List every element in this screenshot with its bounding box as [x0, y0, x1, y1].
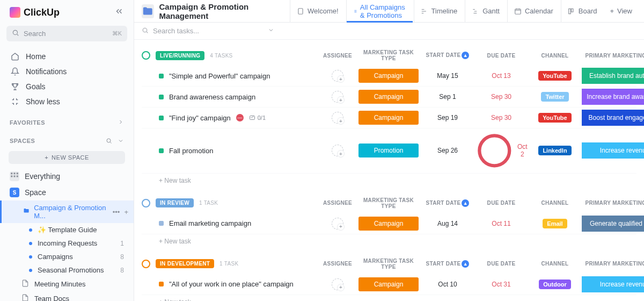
- channel-badge[interactable]: Email: [543, 219, 567, 228]
- goal-pill[interactable]: Generate qualified leads: [582, 216, 644, 232]
- goal-pill[interactable]: Increase brand awareness: [582, 89, 644, 105]
- task-search[interactable]: Search tasks...: [142, 27, 274, 35]
- goal-pill[interactable]: Increase revenue: [582, 142, 644, 159]
- status-circle-icon[interactable]: [142, 51, 150, 60]
- new-space-button[interactable]: + NEW SPACE: [9, 151, 125, 164]
- start-date[interactable]: Aug 14: [421, 220, 474, 227]
- assignee-add[interactable]: [332, 278, 343, 290]
- nav-show-less[interactable]: Show less: [4, 94, 129, 109]
- assignee-add[interactable]: [332, 70, 343, 82]
- nav-goals[interactable]: Goals: [4, 79, 129, 94]
- search-spaces-icon[interactable]: [106, 137, 112, 145]
- folder-campaign-promo[interactable]: Campaign & Promotion M... ••• +: [0, 200, 134, 223]
- task-status-square[interactable]: [159, 282, 164, 286]
- task-type-pill[interactable]: Campaign: [358, 90, 419, 104]
- col-goal[interactable]: PRIMARY MARKETING GOAL: [582, 53, 644, 59]
- col-due[interactable]: DUE DATE: [474, 261, 528, 267]
- doc-team-docs[interactable]: Team Docs: [0, 291, 134, 301]
- tab-gantt[interactable]: Gantt: [465, 0, 506, 22]
- more-icon[interactable]: •••: [113, 208, 120, 216]
- space-everything[interactable]: Everything: [0, 168, 134, 184]
- due-date[interactable]: Oct 2: [474, 131, 528, 171]
- col-assignee[interactable]: ASSIGNEE: [319, 261, 356, 267]
- due-date[interactable]: Sep 30: [474, 114, 528, 121]
- tab-timeline[interactable]: Timeline: [414, 0, 464, 22]
- col-start[interactable]: START DATE▲: [421, 52, 474, 59]
- col-assignee[interactable]: ASSIGNEE: [319, 200, 356, 206]
- task-row[interactable]: Brand awareness campaignCampaignSep 1Sep…: [142, 87, 636, 108]
- col-goal[interactable]: PRIMARY MARKETING GOAL: [582, 261, 644, 267]
- tab-board[interactable]: Board: [561, 0, 604, 22]
- new-task-button[interactable]: + New task: [142, 234, 636, 248]
- col-channel[interactable]: CHANNEL: [528, 53, 582, 59]
- task-status-square[interactable]: [159, 95, 164, 99]
- status-badge[interactable]: IN REVIEW: [156, 198, 194, 207]
- favorites-header[interactable]: FAVORITES: [0, 111, 134, 130]
- task-type-pill[interactable]: Campaign: [358, 69, 419, 83]
- tab-calendar[interactable]: Calendar: [507, 0, 560, 22]
- collapse-sidebar-icon[interactable]: [114, 6, 124, 18]
- start-date[interactable]: May 15: [421, 72, 474, 80]
- doc-meeting-minutes[interactable]: Meeting Minutes: [0, 277, 134, 291]
- folder-icon[interactable]: [142, 4, 154, 18]
- task-status-square[interactable]: [159, 148, 164, 153]
- task-row[interactable]: "Simple and Powerful" campaignCampaignMa…: [142, 66, 636, 87]
- col-type[interactable]: MARKETING TASK TYPE: [356, 197, 421, 209]
- goal-pill[interactable]: Boost brand engagement: [582, 110, 644, 126]
- task-status-square[interactable]: [159, 116, 164, 120]
- due-date[interactable]: Oct 11: [474, 220, 528, 227]
- start-date[interactable]: Sep 19: [421, 114, 474, 121]
- assignee-add[interactable]: [332, 218, 343, 230]
- task-type-pill[interactable]: Campaign: [358, 111, 419, 125]
- logo[interactable]: ClickUp: [10, 7, 60, 18]
- col-due[interactable]: DUE DATE: [474, 53, 528, 59]
- col-due[interactable]: DUE DATE: [474, 200, 528, 206]
- sub-campaigns[interactable]: Campaigns8: [0, 250, 134, 263]
- assignee-add[interactable]: [332, 112, 343, 124]
- assignee-add[interactable]: [332, 91, 343, 103]
- task-type-pill[interactable]: Campaign: [358, 217, 419, 231]
- col-channel[interactable]: CHANNEL: [528, 261, 582, 267]
- col-goal[interactable]: PRIMARY MARKETING GOAL: [582, 200, 644, 206]
- add-icon[interactable]: +: [124, 208, 128, 216]
- goal-pill[interactable]: Increase revenue: [582, 276, 644, 292]
- add-view-button[interactable]: +View: [605, 7, 636, 15]
- col-start[interactable]: START DATE▲: [421, 260, 474, 268]
- due-date[interactable]: Oct 31: [474, 281, 528, 288]
- task-row[interactable]: Email marketing campaignCampaignAug 14Oc…: [142, 213, 636, 234]
- channel-badge[interactable]: YouTube: [538, 113, 571, 123]
- due-date[interactable]: Oct 13: [474, 72, 528, 80]
- chevron-down-icon[interactable]: [118, 137, 124, 145]
- tab-welcome[interactable]: Welcome!: [290, 0, 345, 22]
- task-type-pill[interactable]: Promotion: [358, 144, 419, 157]
- new-task-button[interactable]: + New task: [142, 174, 636, 188]
- channel-badge[interactable]: Twitter: [541, 92, 568, 102]
- channel-badge[interactable]: LinkedIn: [538, 146, 571, 155]
- sub-seasonal[interactable]: Seasonal Promotions8: [0, 263, 134, 277]
- col-type[interactable]: MARKETING TASK TYPE: [356, 49, 421, 61]
- new-task-button[interactable]: + New task: [142, 295, 636, 301]
- task-status-square[interactable]: [159, 74, 164, 78]
- status-badge[interactable]: IN DEVELOPMENT: [156, 259, 214, 268]
- nav-home[interactable]: Home: [4, 49, 129, 64]
- status-circle-icon[interactable]: [142, 199, 150, 207]
- start-date[interactable]: Sep 26: [421, 147, 474, 154]
- channel-badge[interactable]: YouTube: [538, 71, 571, 81]
- sub-incoming-requests[interactable]: Incoming Requests1: [0, 236, 134, 250]
- col-start[interactable]: START DATE▲: [421, 199, 474, 207]
- col-type[interactable]: MARKETING TASK TYPE: [356, 258, 421, 270]
- col-assignee[interactable]: ASSIGNEE: [319, 53, 356, 59]
- sub-template-guide[interactable]: ✨ Template Guide: [0, 223, 134, 236]
- start-date[interactable]: Oct 10: [421, 281, 474, 288]
- nav-notifications[interactable]: Notifications: [4, 64, 129, 79]
- task-status-square[interactable]: [159, 221, 164, 226]
- task-row[interactable]: Fall promotionPromotionSep 26Oct 2Linked…: [142, 128, 636, 174]
- due-date[interactable]: Sep 30: [474, 93, 528, 101]
- task-type-pill[interactable]: Campaign: [358, 277, 419, 291]
- task-row[interactable]: "Find joy" campaign—0/1CampaignSep 19Sep…: [142, 108, 636, 128]
- spaces-header[interactable]: SPACES: [0, 130, 134, 148]
- space-space[interactable]: S Space: [0, 184, 134, 200]
- channel-badge[interactable]: Outdoor: [539, 280, 570, 289]
- tab-all-campaigns[interactable]: All Campaigns & Promotions: [346, 0, 413, 22]
- goal-pill[interactable]: Establish brand authority: [582, 68, 644, 84]
